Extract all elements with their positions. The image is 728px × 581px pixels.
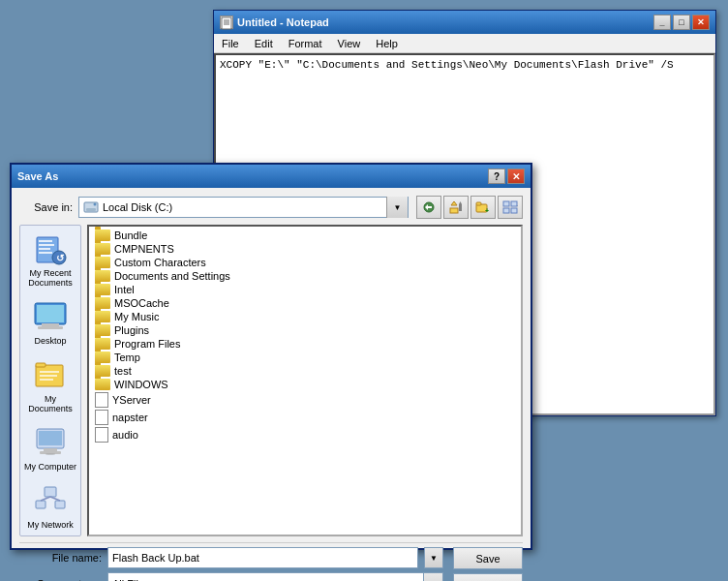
menu-file[interactable]: File (218, 36, 243, 51)
saveas-body: Save in: Local Disk (C:) ▼ (12, 188, 531, 581)
file-item-intel[interactable]: Intel (91, 283, 519, 296)
sidebar-item-mycomputer[interactable]: My Computer (21, 421, 79, 475)
filetype-dropdown-arrow[interactable]: ▼ (423, 573, 442, 581)
toolbar-views-button[interactable]: ▼ (498, 196, 523, 219)
svg-rect-18 (503, 208, 509, 213)
folder-icon (95, 379, 110, 390)
toolbar-up-button[interactable] (443, 196, 469, 219)
file-item-test[interactable]: test (91, 364, 519, 378)
svg-rect-39 (44, 448, 57, 451)
menu-format[interactable]: Format (285, 36, 326, 51)
svg-rect-5 (86, 208, 96, 211)
svg-text:↺: ↺ (56, 253, 65, 263)
file-item-name: YServer (112, 394, 151, 406)
notepad-minimize-button[interactable]: _ (653, 15, 671, 30)
file-item-name: test (114, 365, 132, 377)
svg-rect-16 (503, 201, 509, 206)
file-item-msocache[interactable]: MSOCache (91, 296, 519, 310)
save-in-value: Local Disk (C:) (103, 201, 172, 213)
file-icon (95, 392, 108, 408)
file-item-name: MSOCache (114, 297, 169, 309)
svg-rect-30 (42, 323, 59, 326)
sidebar-mydocs-label: My Documents (23, 394, 77, 413)
file-item-name: Temp (114, 352, 140, 363)
local-disk-icon (83, 200, 99, 214)
notepad-title: Untitled - Notepad (237, 16, 650, 28)
saveas-dialog: Save As ? ✕ Save in: Local Disk (C:) ▼ (10, 163, 532, 550)
sidebar-item-desktop[interactable]: Desktop (21, 295, 79, 350)
menu-help[interactable]: Help (372, 36, 402, 51)
svg-rect-14 (476, 202, 481, 205)
filetype-value: All Files (108, 573, 423, 581)
recent-documents-icon: ↺ (33, 231, 68, 266)
svg-text:+: + (485, 207, 489, 214)
save-in-dropdown-arrow[interactable]: ▼ (386, 197, 408, 218)
file-item-customchars[interactable]: Custom Characters (91, 256, 519, 269)
file-item-name: CMPNENTS (114, 243, 174, 255)
sidebar-item-mydocs[interactable]: My Documents (21, 353, 79, 417)
svg-marker-10 (451, 201, 457, 205)
notepad-content-text: XCOPY "E:\" "C:\Documents and Settings\N… (220, 59, 674, 71)
filename-dropdown-arrow[interactable]: ▼ (424, 547, 443, 568)
file-item-docsandsettings[interactable]: Documents and Settings (91, 269, 519, 283)
file-item-name: Documents and Settings (114, 270, 230, 282)
saveas-titlebar: Save As ? ✕ (12, 165, 531, 188)
file-item-name: Plugins (114, 324, 149, 336)
svg-line-45 (41, 497, 50, 501)
svg-rect-24 (39, 248, 50, 250)
file-list[interactable]: Bundle CMPNENTS Custom Characters Docume… (87, 225, 523, 536)
toolbar-new-folder-button[interactable]: + (470, 196, 496, 219)
sidebar-mynetwork-label: My Network (27, 520, 74, 530)
menu-edit[interactable]: Edit (251, 36, 277, 51)
toolbar-back-button[interactable] (416, 196, 441, 219)
svg-rect-29 (37, 305, 64, 322)
saveas-titlebar-buttons: ? ✕ (488, 168, 525, 184)
svg-rect-25 (39, 252, 52, 254)
sidebar-recent-label: My Recent Documents (23, 268, 77, 288)
svg-rect-0 (222, 17, 231, 29)
svg-rect-9 (450, 208, 458, 213)
notepad-menubar: File Edit Format View Help (214, 34, 715, 53)
save-button[interactable]: Save (453, 547, 523, 569)
svg-rect-23 (39, 244, 54, 246)
svg-rect-34 (40, 371, 59, 373)
filename-label: File name: (19, 552, 102, 564)
menu-view[interactable]: View (334, 36, 365, 51)
file-item-cmpnents[interactable]: CMPNENTS (91, 242, 519, 256)
my-network-icon (33, 483, 68, 518)
file-item-temp[interactable]: Temp (91, 351, 519, 364)
notepad-titlebar: Untitled - Notepad _ □ ✕ (214, 11, 715, 34)
file-item-name: WINDOWS (114, 379, 168, 390)
sidebar-item-recent[interactable]: ↺ My Recent Documents (21, 228, 79, 291)
saveas-help-button[interactable]: ? (488, 168, 505, 184)
svg-rect-11 (459, 204, 462, 211)
notepad-maximize-button[interactable]: □ (673, 15, 690, 30)
svg-rect-35 (40, 375, 57, 377)
svg-text:▼: ▼ (516, 203, 518, 212)
saveas-close-button[interactable]: ✕ (507, 168, 525, 184)
file-icon (95, 410, 108, 425)
file-item-bundle[interactable]: Bundle (91, 229, 519, 242)
svg-line-46 (50, 497, 60, 501)
save-in-dropdown[interactable]: Local Disk (C:) ▼ (78, 197, 409, 218)
file-item-name: Program Files (114, 338, 180, 350)
file-item-plugins[interactable]: Plugins (91, 323, 519, 337)
file-item-audio[interactable]: audio (91, 426, 519, 443)
file-item-yserver[interactable]: YServer (91, 391, 519, 409)
file-item-napster[interactable]: napster (91, 409, 519, 426)
filename-input[interactable] (107, 547, 418, 568)
file-item-programfiles[interactable]: Program Files (91, 337, 519, 351)
file-item-windows[interactable]: WINDOWS (91, 378, 519, 391)
svg-rect-22 (39, 240, 52, 242)
file-icon (95, 427, 108, 443)
file-item-mymusic[interactable]: My Music (91, 310, 519, 323)
save-in-label: Save in: (19, 201, 73, 213)
file-item-name: Intel (114, 284, 135, 295)
notepad-close-button[interactable]: ✕ (692, 15, 710, 30)
cancel-button[interactable]: Cancel (453, 573, 523, 581)
sidebar-item-mynetwork[interactable]: My Network (21, 479, 79, 534)
filetype-row: Save as type: All Files ▼ (19, 572, 443, 581)
my-computer-icon (33, 425, 68, 460)
svg-marker-12 (459, 201, 462, 204)
sidebar-mycomputer-label: My Computer (24, 462, 76, 472)
